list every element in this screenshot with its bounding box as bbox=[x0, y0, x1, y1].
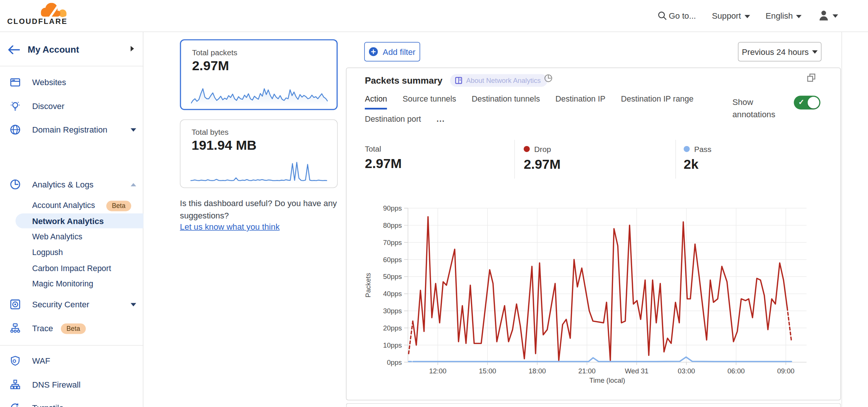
book-icon bbox=[455, 77, 462, 84]
svg-text:70pps: 70pps bbox=[383, 239, 402, 246]
svg-text:60pps: 60pps bbox=[383, 256, 402, 264]
next-panel bbox=[346, 403, 841, 407]
data-pie-icon[interactable] bbox=[544, 74, 552, 82]
svg-text:09:00: 09:00 bbox=[777, 367, 794, 375]
card-title: Total packets bbox=[192, 48, 237, 57]
svg-text:0pps: 0pps bbox=[387, 358, 402, 366]
tab-destination-ip[interactable]: Destination IP bbox=[555, 94, 606, 109]
svg-text:50pps: 50pps bbox=[383, 273, 402, 281]
sidebar-item-trace[interactable]: Trace Beta bbox=[0, 322, 144, 336]
panel-title: Packets summary bbox=[365, 75, 443, 86]
tab-bar: Action Source tunnels Destination tunnel… bbox=[365, 94, 719, 128]
svg-text:12:00: 12:00 bbox=[429, 367, 446, 375]
total-packets-sparkline bbox=[191, 81, 328, 107]
top-bar: CLOUDFLARE Go to... Support English bbox=[0, 0, 868, 32]
svg-text:18:00: 18:00 bbox=[529, 367, 546, 375]
tab-action[interactable]: Action bbox=[365, 94, 387, 109]
stat-pass: Pass 2k bbox=[684, 145, 711, 172]
show-annotations-toggle[interactable]: ✓ bbox=[794, 96, 821, 109]
stat-total: Total 2.97M bbox=[365, 145, 402, 172]
svg-text:10pps: 10pps bbox=[383, 341, 402, 349]
total-packets-card[interactable]: Total packets 2.97M bbox=[180, 39, 338, 110]
feedback-question: Is this dashboard useful? Do you have an… bbox=[180, 198, 341, 221]
sidebar-item-websites[interactable]: Websites bbox=[0, 76, 144, 90]
safe-icon bbox=[10, 299, 21, 310]
search-icon[interactable] bbox=[658, 11, 667, 21]
cloudflare-wordmark: CLOUDFLARE bbox=[7, 17, 67, 25]
svg-text:90pps: 90pps bbox=[383, 204, 402, 212]
lightbulb-icon bbox=[10, 101, 21, 111]
svg-text:Wed 31: Wed 31 bbox=[625, 367, 648, 375]
tab-destination-ip-range[interactable]: Destination IP range bbox=[621, 94, 693, 109]
pass-series-dot bbox=[684, 146, 690, 152]
sidebar-item-web-analytics[interactable]: Web Analytics bbox=[0, 231, 144, 243]
drop-series-dot bbox=[524, 146, 530, 152]
sidebar-item-dns-firewall[interactable]: DNS Firewall bbox=[0, 379, 144, 392]
card-value: 2.97M bbox=[192, 58, 229, 73]
sidebar-item-network-analytics[interactable]: Network Analytics bbox=[15, 214, 143, 229]
chevron-up-icon bbox=[130, 183, 136, 186]
sidebar-item-turnstile[interactable]: Turnstile bbox=[0, 402, 144, 407]
pie-chart-icon bbox=[10, 179, 21, 190]
refresh-check-icon bbox=[10, 403, 21, 407]
total-bytes-card[interactable]: Total bytes 191.94 MB bbox=[180, 119, 338, 188]
add-filter-button[interactable]: Add filter bbox=[364, 42, 420, 62]
stat-drop: Drop 2.97M bbox=[524, 145, 561, 172]
about-network-analytics-badge[interactable]: About Network Analytics bbox=[450, 74, 547, 87]
svg-text:21:00: 21:00 bbox=[578, 367, 595, 375]
chevron-down-icon bbox=[796, 15, 802, 18]
tab-destination-port[interactable]: Destination port bbox=[365, 115, 421, 128]
svg-text:30pps: 30pps bbox=[383, 307, 402, 315]
content-right-divider bbox=[841, 32, 842, 407]
sidebar-item-account-analytics[interactable]: Account Analytics Beta bbox=[0, 200, 144, 212]
total-bytes-sparkline bbox=[190, 159, 327, 184]
chevron-right-icon[interactable] bbox=[130, 46, 134, 52]
expand-icon[interactable] bbox=[807, 74, 815, 82]
beta-badge: Beta bbox=[61, 323, 86, 334]
trace-icon bbox=[10, 323, 21, 333]
shield-icon bbox=[10, 355, 21, 366]
sidebar-item-carbon-impact-report[interactable]: Carbon Impact Report bbox=[0, 262, 144, 275]
toggle-knob bbox=[808, 97, 819, 108]
plus-circle-icon bbox=[369, 47, 378, 56]
svg-text:03:00: 03:00 bbox=[678, 367, 695, 375]
svg-text:80pps: 80pps bbox=[383, 221, 402, 229]
cloudflare-logo-cloud bbox=[37, 3, 69, 17]
support-menu[interactable]: Support bbox=[712, 11, 750, 21]
tab-source-tunnels[interactable]: Source tunnels bbox=[403, 94, 456, 109]
account-menu-chevron-icon[interactable] bbox=[832, 15, 838, 18]
card-title: Total bytes bbox=[191, 128, 228, 137]
sidebar-item-security-center[interactable]: Security Center bbox=[0, 299, 144, 312]
feedback-link[interactable]: Let us know what you think bbox=[180, 222, 280, 231]
svg-text:06:00: 06:00 bbox=[727, 367, 745, 375]
globe-icon bbox=[10, 124, 21, 135]
svg-text:Packets: Packets bbox=[364, 273, 372, 298]
language-menu[interactable]: English bbox=[766, 11, 802, 21]
sidebar-item-discover[interactable]: Discover bbox=[0, 100, 144, 114]
chevron-down-icon bbox=[812, 50, 818, 53]
check-icon: ✓ bbox=[798, 98, 804, 106]
packets-summary-panel: Packets summary About Network Analytics … bbox=[346, 68, 841, 400]
sidebar-item-magic-monitoring[interactable]: Magic Monitoring bbox=[0, 278, 144, 291]
chevron-down-icon bbox=[744, 15, 750, 18]
account-name[interactable]: My Account bbox=[28, 44, 79, 55]
svg-text:15:00: 15:00 bbox=[479, 367, 496, 375]
browser-icon bbox=[10, 77, 21, 88]
svg-text:20pps: 20pps bbox=[383, 324, 402, 332]
tabs-overflow-ellipsis[interactable]: ... bbox=[437, 115, 445, 128]
go-to-search[interactable]: Go to... bbox=[669, 11, 696, 21]
beta-badge: Beta bbox=[106, 201, 131, 211]
time-range-dropdown[interactable]: Previous 24 hours bbox=[738, 42, 822, 62]
sidebar-item-waf[interactable]: WAF bbox=[0, 355, 144, 369]
packets-line-chart[interactable]: 0pps10pps20pps30pps40pps50pps60pps70pps8… bbox=[355, 199, 836, 398]
hierarchy-icon bbox=[10, 379, 21, 390]
chevron-down-icon bbox=[130, 303, 136, 307]
sidebar-item-logpush[interactable]: Logpush bbox=[0, 246, 144, 259]
card-value: 191.94 MB bbox=[191, 138, 256, 153]
sidebar-item-analytics-logs[interactable]: Analytics & Logs bbox=[0, 178, 144, 192]
sidebar-item-domain-registration[interactable]: Domain Registration bbox=[0, 124, 144, 137]
back-arrow-icon[interactable] bbox=[8, 45, 20, 54]
tab-destination-tunnels[interactable]: Destination tunnels bbox=[472, 94, 540, 109]
chevron-down-icon bbox=[130, 128, 136, 132]
user-icon[interactable] bbox=[818, 9, 829, 22]
